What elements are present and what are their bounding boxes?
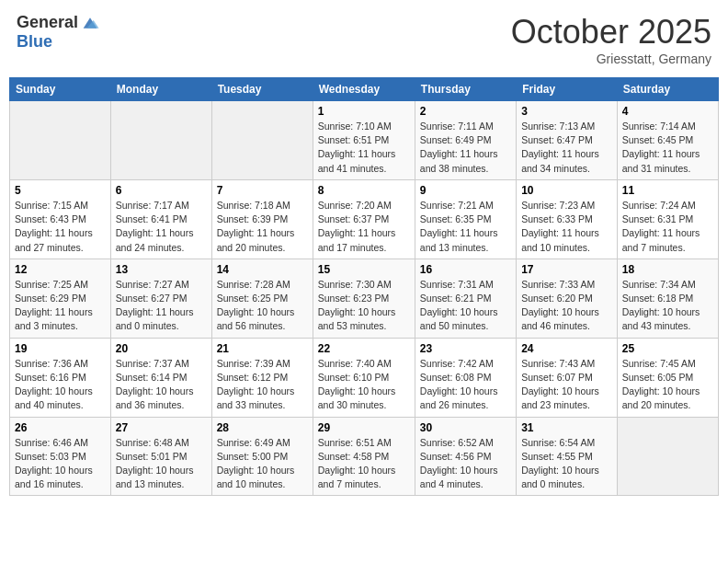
logo: General Blue [17,13,100,52]
table-row [110,101,211,180]
header: General Blue October 2025 Griesstatt, Ge… [9,9,719,70]
table-row: 25Sunrise: 7:45 AMSunset: 6:05 PMDayligh… [617,338,718,417]
table-row: 6Sunrise: 7:17 AMSunset: 6:41 PMDaylight… [110,179,211,259]
month-title: October 2025 [511,13,711,52]
day-info: Sunrise: 6:52 AMSunset: 4:56 PMDaylight:… [420,436,511,492]
table-row: 20Sunrise: 7:37 AMSunset: 6:14 PMDayligh… [110,338,211,417]
table-row: 14Sunrise: 7:28 AMSunset: 6:25 PMDayligh… [211,259,313,338]
day-info: Sunrise: 7:13 AMSunset: 6:47 PMDaylight:… [521,120,612,176]
day-info: Sunrise: 7:21 AMSunset: 6:35 PMDaylight:… [420,199,511,255]
day-number: 14 [217,263,308,276]
day-number: 8 [318,184,410,197]
day-number: 28 [217,421,308,434]
header-tuesday: Tuesday [211,78,313,101]
table-row: 3Sunrise: 7:13 AMSunset: 6:47 PMDaylight… [517,101,618,180]
calendar-table: Sunday Monday Tuesday Wednesday Thursday… [9,77,719,496]
day-info: Sunrise: 7:40 AMSunset: 6:10 PMDaylight:… [318,357,410,413]
table-row: 10Sunrise: 7:23 AMSunset: 6:33 PMDayligh… [517,179,618,259]
table-row: 23Sunrise: 7:42 AMSunset: 6:08 PMDayligh… [415,338,516,417]
day-number: 19 [15,342,106,355]
day-number: 25 [622,342,713,355]
day-number: 10 [521,184,612,197]
calendar-header-row: Sunday Monday Tuesday Wednesday Thursday… [10,78,719,101]
table-row: 1Sunrise: 7:10 AMSunset: 6:51 PMDaylight… [313,101,415,180]
day-number: 24 [521,342,612,355]
table-row [211,101,313,180]
table-row: 7Sunrise: 7:18 AMSunset: 6:39 PMDaylight… [211,179,313,259]
header-sunday: Sunday [10,78,111,101]
table-row: 19Sunrise: 7:36 AMSunset: 6:16 PMDayligh… [10,338,111,417]
table-row: 11Sunrise: 7:24 AMSunset: 6:31 PMDayligh… [617,179,718,259]
day-info: Sunrise: 7:23 AMSunset: 6:33 PMDaylight:… [521,199,612,255]
calendar-week-2: 5Sunrise: 7:15 AMSunset: 6:43 PMDaylight… [10,179,719,259]
table-row: 13Sunrise: 7:27 AMSunset: 6:27 PMDayligh… [110,259,211,338]
table-row: 8Sunrise: 7:20 AMSunset: 6:37 PMDaylight… [313,179,415,259]
day-info: Sunrise: 7:10 AMSunset: 6:51 PMDaylight:… [318,120,410,176]
day-number: 11 [622,184,713,197]
day-info: Sunrise: 7:31 AMSunset: 6:21 PMDaylight:… [420,278,511,334]
day-info: Sunrise: 6:46 AMSunset: 5:03 PMDaylight:… [15,436,106,492]
day-number: 27 [116,421,207,434]
day-number: 5 [15,184,106,197]
day-info: Sunrise: 7:25 AMSunset: 6:29 PMDaylight:… [15,278,106,334]
day-number: 29 [318,421,410,434]
day-number: 31 [521,421,612,434]
day-info: Sunrise: 6:49 AMSunset: 5:00 PMDaylight:… [217,436,308,492]
logo-icon [80,13,100,33]
table-row: 26Sunrise: 6:46 AMSunset: 5:03 PMDayligh… [10,417,111,496]
day-number: 13 [116,263,207,276]
table-row [10,101,111,180]
day-info: Sunrise: 7:11 AMSunset: 6:49 PMDaylight:… [420,120,511,176]
logo-general-text: General [17,14,78,32]
day-info: Sunrise: 7:24 AMSunset: 6:31 PMDaylight:… [622,199,713,255]
header-friday: Friday [517,78,618,101]
table-row: 28Sunrise: 6:49 AMSunset: 5:00 PMDayligh… [211,417,313,496]
day-number: 4 [622,105,713,118]
day-info: Sunrise: 7:36 AMSunset: 6:16 PMDaylight:… [15,357,106,413]
calendar-week-5: 26Sunrise: 6:46 AMSunset: 5:03 PMDayligh… [10,417,719,496]
table-row: 18Sunrise: 7:34 AMSunset: 6:18 PMDayligh… [617,259,718,338]
header-saturday: Saturday [617,78,718,101]
table-row: 4Sunrise: 7:14 AMSunset: 6:45 PMDaylight… [617,101,718,180]
day-number: 16 [420,263,511,276]
day-info: Sunrise: 7:27 AMSunset: 6:27 PMDaylight:… [116,278,207,334]
day-number: 23 [420,342,511,355]
table-row: 31Sunrise: 6:54 AMSunset: 4:55 PMDayligh… [517,417,618,496]
location-title: Griesstatt, Germany [511,52,711,66]
table-row: 22Sunrise: 7:40 AMSunset: 6:10 PMDayligh… [313,338,415,417]
day-info: Sunrise: 6:48 AMSunset: 5:01 PMDaylight:… [116,436,207,492]
day-info: Sunrise: 6:51 AMSunset: 4:58 PMDaylight:… [318,436,410,492]
header-wednesday: Wednesday [313,78,415,101]
day-number: 3 [521,105,612,118]
day-number: 12 [15,263,106,276]
day-info: Sunrise: 7:14 AMSunset: 6:45 PMDaylight:… [622,120,713,176]
day-number: 2 [420,105,511,118]
day-info: Sunrise: 7:15 AMSunset: 6:43 PMDaylight:… [15,199,106,255]
day-info: Sunrise: 7:20 AMSunset: 6:37 PMDaylight:… [318,199,410,255]
table-row: 21Sunrise: 7:39 AMSunset: 6:12 PMDayligh… [211,338,313,417]
table-row: 5Sunrise: 7:15 AMSunset: 6:43 PMDaylight… [10,179,111,259]
day-number: 20 [116,342,207,355]
day-info: Sunrise: 6:54 AMSunset: 4:55 PMDaylight:… [521,436,612,492]
day-number: 17 [521,263,612,276]
table-row: 27Sunrise: 6:48 AMSunset: 5:01 PMDayligh… [110,417,211,496]
table-row: 30Sunrise: 6:52 AMSunset: 4:56 PMDayligh… [415,417,516,496]
day-number: 22 [318,342,410,355]
table-row: 15Sunrise: 7:30 AMSunset: 6:23 PMDayligh… [313,259,415,338]
table-row: 2Sunrise: 7:11 AMSunset: 6:49 PMDaylight… [415,101,516,180]
table-row: 16Sunrise: 7:31 AMSunset: 6:21 PMDayligh… [415,259,516,338]
page-container: General Blue October 2025 Griesstatt, Ge… [9,9,719,496]
day-number: 6 [116,184,207,197]
header-thursday: Thursday [415,78,516,101]
day-info: Sunrise: 7:28 AMSunset: 6:25 PMDaylight:… [217,278,308,334]
day-number: 21 [217,342,308,355]
day-number: 7 [217,184,308,197]
day-number: 9 [420,184,511,197]
table-row: 12Sunrise: 7:25 AMSunset: 6:29 PMDayligh… [10,259,111,338]
calendar-week-4: 19Sunrise: 7:36 AMSunset: 6:16 PMDayligh… [10,338,719,417]
table-row: 9Sunrise: 7:21 AMSunset: 6:35 PMDaylight… [415,179,516,259]
day-number: 1 [318,105,410,118]
table-row: 17Sunrise: 7:33 AMSunset: 6:20 PMDayligh… [517,259,618,338]
day-info: Sunrise: 7:17 AMSunset: 6:41 PMDaylight:… [116,199,207,255]
table-row: 24Sunrise: 7:43 AMSunset: 6:07 PMDayligh… [517,338,618,417]
